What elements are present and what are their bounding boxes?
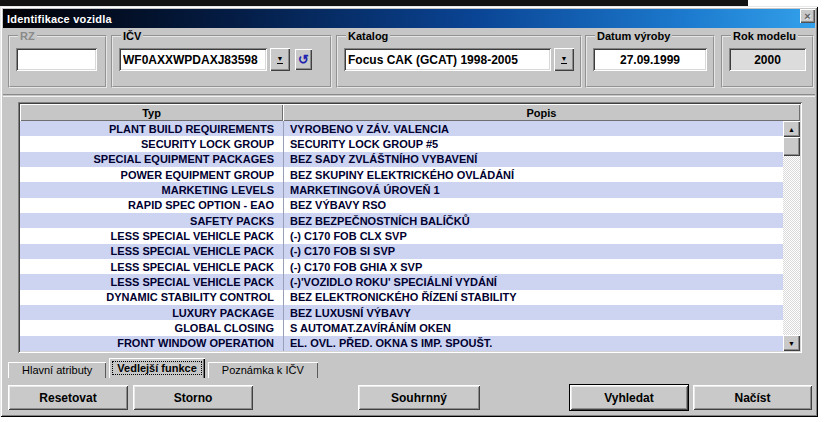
vyhledat-button[interactable]: Vyhledat — [570, 385, 688, 410]
scrollbar-thumb[interactable] — [783, 137, 800, 156]
attributes-table: Typ Popis PLANT BUILD REQUIREMENTSVYROBE… — [18, 102, 802, 353]
cell-popis: BEZ LUXUSNÍ VÝBAVY — [283, 305, 783, 320]
cell-typ: SPECIAL EQUIPMENT PACKAGES — [20, 153, 283, 165]
table-row[interactable]: FRONT WINDOW OPERATIONEL. OVL. PŘED. OKN… — [20, 336, 783, 351]
tab-poznamka-k-icv[interactable]: Poznámka k IČV — [208, 362, 318, 378]
section-divider — [3, 94, 815, 97]
cell-popis: BEZ SADY ZVLÁŠTNÍHO VYBAVENÍ — [283, 152, 783, 167]
dropdown-icon: ▼ — [561, 55, 568, 64]
titlebar[interactable]: Identifikace vozidla — [3, 9, 815, 28]
storno-button[interactable]: Storno — [133, 385, 253, 410]
table-row[interactable]: DYNAMIC STABILITY CONTROLBEZ ELEKTRONICK… — [20, 290, 783, 305]
cell-typ: SAFETY PACKS — [20, 215, 283, 227]
cell-typ: RAPID SPEC OPTION - EAO — [20, 199, 283, 211]
table-row[interactable]: RAPID SPEC OPTION - EAOBEZ VÝBAVY RSO — [20, 198, 783, 213]
scroll-down-button[interactable]: ▼ — [783, 335, 800, 351]
cell-popis: BEZ BEZPEČNOSTNÍCH BALÍČKŮ — [283, 213, 783, 228]
table-row[interactable]: SPECIAL EQUIPMENT PACKAGESBEZ SADY ZVLÁŠ… — [20, 152, 783, 167]
cell-typ: LESS SPECIAL VEHICLE PACK — [20, 261, 283, 273]
undo-icon: ↺ — [298, 53, 309, 66]
nacist-button[interactable]: Načíst — [693, 385, 812, 410]
rz-input[interactable] — [16, 48, 97, 71]
dialog-identifikace-vozidla: Identifikace vozidla × RZ IČV ▼ ↺ Katalo… — [0, 6, 818, 417]
table-row[interactable]: SAFETY PACKSBEZ BEZPEČNOSTNÍCH BALÍČKŮ — [20, 213, 783, 228]
tab-vedlejsi-funkce[interactable]: Vedlejší funkce — [109, 358, 204, 378]
datum-vyroby-label: Datum výroby — [595, 30, 672, 42]
table-row[interactable]: LUXURY PACKAGEBEZ LUXUSNÍ VÝBAVY — [20, 305, 783, 320]
group-icv: IČV ▼ ↺ — [111, 30, 332, 88]
souhrnny-button[interactable]: Souhrnný — [358, 385, 480, 410]
rok-modelu-value — [729, 48, 806, 71]
table-row[interactable]: LESS SPECIAL VEHICLE PACK(-) C170 FOB SI… — [20, 244, 783, 259]
dropdown-icon: ▼ — [277, 55, 284, 64]
window-title: Identifikace vozidla — [7, 13, 112, 25]
cell-typ: SECURITY LOCK GROUP — [20, 138, 283, 150]
group-rz: RZ — [8, 30, 107, 88]
vertical-scrollbar[interactable]: ▲ ▼ — [783, 121, 800, 351]
table-row[interactable]: SECURITY LOCK GROUPSECURITY LOCK GROUP #… — [20, 136, 783, 151]
cell-typ: LESS SPECIAL VEHICLE PACK — [20, 245, 283, 257]
icv-history-button[interactable]: ↺ — [295, 49, 312, 70]
cell-popis: EL. OVL. PŘED. OKNA S IMP. SPOUŠT. — [283, 336, 783, 351]
table-row[interactable]: POWER EQUIPMENT GROUPBEZ SKUPINY ELEKTRI… — [20, 167, 783, 182]
scrollbar-track[interactable] — [783, 156, 800, 335]
scroll-down-icon: ▼ — [788, 340, 795, 347]
table-row[interactable]: PLANT BUILD REQUIREMENTSVYROBENO V ZÁV. … — [20, 121, 783, 136]
cell-popis: SECURITY LOCK GROUP #5 — [283, 136, 783, 151]
katalog-input[interactable] — [344, 48, 551, 71]
table-row[interactable]: LESS SPECIAL VEHICLE PACK(-) C170 FOB CL… — [20, 228, 783, 243]
table-row[interactable]: MARKETING LEVELSMARKETINGOVÁ ÚROVEŇ 1 — [20, 182, 783, 197]
cell-typ: LESS SPECIAL VEHICLE PACK — [20, 230, 283, 242]
icv-input[interactable] — [119, 48, 267, 71]
table-row[interactable]: LESS SPECIAL VEHICLE PACK(-) C170 FOB GH… — [20, 259, 783, 274]
resetovat-button[interactable]: Resetovat — [8, 385, 128, 410]
column-header-popis[interactable]: Popis — [283, 104, 800, 121]
table-body: PLANT BUILD REQUIREMENTSVYROBENO V ZÁV. … — [20, 121, 783, 351]
cell-typ: PLANT BUILD REQUIREMENTS — [20, 123, 283, 135]
cell-typ: LUXURY PACKAGE — [20, 307, 283, 319]
datum-vyroby-input[interactable] — [593, 48, 707, 71]
table-row[interactable]: GLOBAL CLOSINGS AUTOMAT.ZAVÍRÁNÍM OKEN — [20, 320, 783, 335]
scroll-up-icon: ▲ — [788, 126, 795, 133]
column-header-typ[interactable]: Typ — [20, 104, 283, 121]
cell-popis: (-) C170 FOB SI SVP — [283, 244, 783, 259]
cell-popis: VYROBENO V ZÁV. VALENCIA — [283, 121, 783, 136]
cell-typ: POWER EQUIPMENT GROUP — [20, 169, 283, 181]
rok-modelu-label: Rok modelu — [731, 30, 798, 42]
icv-label: IČV — [121, 30, 143, 42]
cell-typ: MARKETING LEVELS — [20, 184, 283, 196]
group-katalog: Katalog ▼ — [336, 30, 582, 88]
cell-popis: (-) C170 FOB CLX SVP — [283, 228, 783, 243]
cell-popis: BEZ ELEKTRONICKÉHO ŘÍZENÍ STABILITY — [283, 290, 783, 305]
close-button[interactable]: × — [800, 9, 815, 23]
cell-popis: MARKETINGOVÁ ÚROVEŇ 1 — [283, 182, 783, 197]
cell-typ: DYNAMIC STABILITY CONTROL — [20, 291, 283, 303]
cell-typ: LESS SPECIAL VEHICLE PACK — [20, 276, 283, 288]
table-row[interactable]: LESS SPECIAL VEHICLE PACK(-)'VOZIDLO ROK… — [20, 274, 783, 289]
rz-label: RZ — [18, 30, 37, 42]
group-datum-vyroby: Datum výroby — [585, 30, 715, 88]
table-header: Typ Popis — [20, 104, 800, 121]
cell-popis: S AUTOMAT.ZAVÍRÁNÍM OKEN — [283, 320, 783, 335]
close-icon: × — [804, 10, 810, 22]
tab-bar: Hlavní atributy Vedlejší funkce Poznámka… — [8, 358, 321, 378]
tab-hlavni-atributy[interactable]: Hlavní atributy — [8, 362, 106, 378]
katalog-dropdown-button[interactable]: ▼ — [554, 48, 574, 71]
icv-dropdown-button[interactable]: ▼ — [270, 48, 290, 71]
scroll-up-button[interactable]: ▲ — [783, 121, 800, 137]
cell-popis: BEZ SKUPINY ELEKTRICKÉHO OVLÁDÁNÍ — [283, 167, 783, 182]
button-row: Resetovat Storno Souhrnný Vyhledat Načís… — [0, 385, 818, 412]
group-rok-modelu: Rok modelu — [721, 30, 814, 88]
cell-typ: FRONT WINDOW OPERATION — [20, 337, 283, 349]
cell-popis: (-)'VOZIDLO ROKU' SPECIÁLNÍ VYDÁNÍ — [283, 274, 783, 289]
cell-popis: (-) C170 FOB GHIA X SVP — [283, 259, 783, 274]
cell-popis: BEZ VÝBAVY RSO — [283, 198, 783, 213]
cell-typ: GLOBAL CLOSING — [20, 322, 283, 334]
katalog-label: Katalog — [346, 30, 390, 42]
